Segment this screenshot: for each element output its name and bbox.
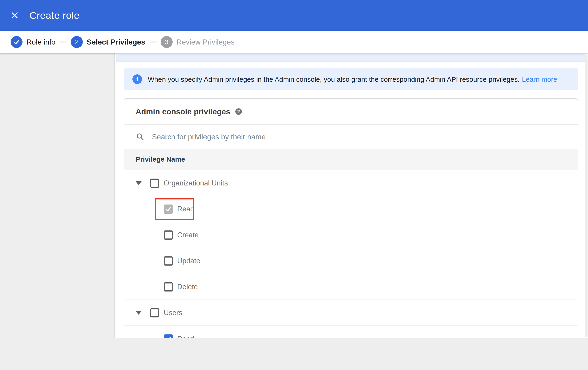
table-row-read[interactable]: Read xyxy=(124,196,578,222)
row-label: Users xyxy=(164,309,182,317)
privilege-name-column-header: Privilege Name xyxy=(136,155,185,163)
users-checkbox[interactable] xyxy=(150,308,159,317)
info-icon: i xyxy=(132,74,142,84)
row-label: Organizational Units xyxy=(164,179,228,187)
help-icon[interactable]: ? xyxy=(235,108,242,115)
step-select-privileges[interactable]: 2 Select Privileges xyxy=(71,36,145,48)
collapse-triangle-icon[interactable] xyxy=(136,311,142,315)
table-row-delete[interactable]: Delete xyxy=(124,274,578,300)
info-banner-text: When you specify Admin privileges in the… xyxy=(148,76,557,83)
delete-checkbox[interactable] xyxy=(164,282,173,291)
step-1-label: Role info xyxy=(26,38,55,46)
info-banner-message: When you specify Admin privileges in the… xyxy=(148,76,520,83)
row-label: Delete xyxy=(177,283,198,291)
row-label: Update xyxy=(177,257,200,265)
left-empty-pane xyxy=(0,53,115,370)
step-separator xyxy=(60,41,67,42)
search-row xyxy=(124,125,578,149)
step-separator xyxy=(149,41,157,42)
card-title: Admin console privileges xyxy=(136,107,230,116)
row-label: Create xyxy=(177,231,199,239)
step-2-label: Select Privileges xyxy=(87,38,145,46)
row-label: Read xyxy=(177,205,194,213)
table-row-update[interactable]: Update xyxy=(124,248,578,274)
step-review-privileges[interactable]: 3 Review Privileges xyxy=(161,36,235,48)
vertical-scrollbar[interactable] xyxy=(585,55,588,337)
step-1-check-icon xyxy=(10,36,22,48)
create-checkbox[interactable] xyxy=(164,230,173,240)
step-3-number: 3 xyxy=(161,36,173,48)
step-role-info[interactable]: Role info xyxy=(10,36,55,48)
dialog-header: Create role xyxy=(0,0,588,31)
row-label: Read xyxy=(177,335,194,338)
admin-console-privileges-card: Admin console privileges ? Privilege Nam… xyxy=(124,98,578,338)
read-checkbox-checked[interactable] xyxy=(164,204,173,214)
users-read-checkbox-checked[interactable] xyxy=(164,334,173,338)
table-row-users-read[interactable]: Read xyxy=(124,326,578,338)
card-title-row: Admin console privileges ? xyxy=(124,99,578,125)
update-checkbox[interactable] xyxy=(164,256,173,266)
search-input[interactable] xyxy=(151,132,474,141)
step-3-label: Review Privileges xyxy=(177,38,235,46)
dialog-title: Create role xyxy=(29,10,80,21)
collapse-triangle-icon[interactable] xyxy=(136,181,142,185)
scrolled-row-strip xyxy=(116,54,585,62)
footer-bar: BACK CANCEL CONTINUE xyxy=(0,338,588,370)
info-banner: i When you specify Admin privileges in t… xyxy=(124,68,578,90)
table-row-users[interactable]: Users xyxy=(124,300,578,326)
stepper: Role info 2 Select Privileges 3 Review P… xyxy=(0,31,588,53)
table-row-organizational-units[interactable]: Organizational Units xyxy=(124,170,578,196)
step-2-number: 2 xyxy=(71,36,83,48)
close-icon[interactable] xyxy=(10,11,19,20)
learn-more-link[interactable]: Learn more xyxy=(522,76,557,83)
table-header-row: Privilege Name xyxy=(124,149,578,170)
organizational-units-checkbox[interactable] xyxy=(150,179,159,188)
search-icon xyxy=(136,133,144,141)
table-row-create[interactable]: Create xyxy=(124,222,578,248)
